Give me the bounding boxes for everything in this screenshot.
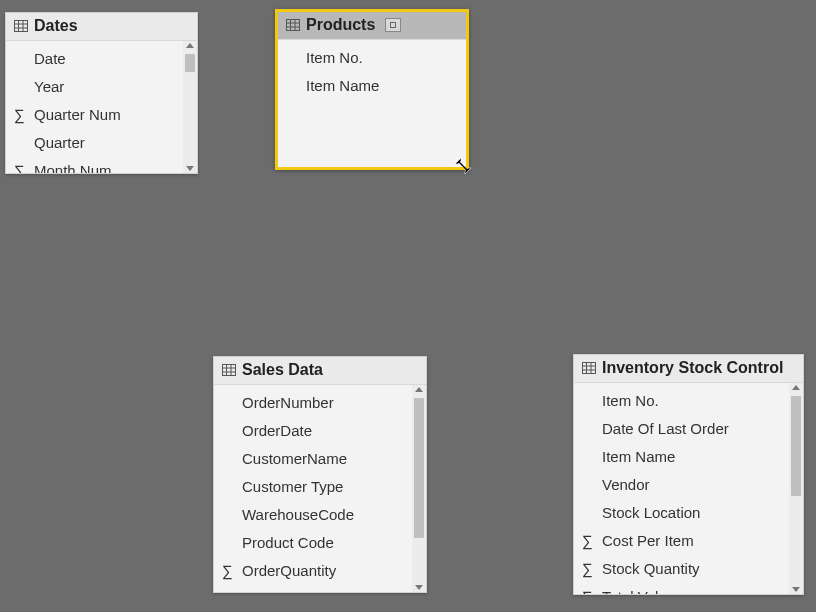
table-body: Item No. Item Name [278, 40, 466, 167]
field-label: Item No. [602, 389, 659, 413]
field-label: Date [34, 47, 66, 71]
scrollbar-track[interactable] [185, 50, 195, 164]
field-row[interactable]: ∑Total Value [574, 583, 789, 594]
field-row[interactable]: Item No. [574, 387, 789, 415]
field-label: Item No. [306, 46, 363, 70]
table-header[interactable]: Inventory Stock Control [574, 355, 803, 383]
sigma-icon: ∑ [582, 529, 593, 553]
field-row[interactable]: Quarter [6, 129, 183, 157]
sigma-icon: ∑ [222, 559, 233, 583]
table-icon [582, 362, 596, 374]
table-title: Dates [34, 17, 78, 35]
table-header[interactable]: Products [278, 12, 466, 40]
svg-rect-0 [15, 21, 28, 32]
scroll-down-icon[interactable] [186, 166, 194, 171]
table-header[interactable]: Dates [6, 13, 197, 41]
scroll-down-icon[interactable] [792, 587, 800, 592]
scroll-up-icon[interactable] [415, 387, 423, 392]
scrollbar-thumb[interactable] [185, 54, 195, 72]
table-icon [222, 364, 236, 376]
field-row[interactable]: ∑Stock Quantity [574, 555, 789, 583]
field-label: OrderDate [242, 419, 312, 443]
field-row[interactable]: ∑Quarter Num [6, 101, 183, 129]
field-list: Date Year ∑Quarter Num Quarter ∑Month Nu… [6, 41, 183, 173]
field-label: Stock Location [602, 501, 700, 525]
field-list: Item No. Item Name [278, 40, 466, 167]
field-row[interactable]: OrderDate [214, 417, 412, 445]
scrollbar[interactable] [412, 385, 426, 592]
table-body: OrderNumber OrderDate CustomerName Custo… [214, 385, 426, 592]
field-label: Product Code [242, 531, 334, 555]
field-label: Customer Type [242, 475, 343, 499]
table-card-products[interactable]: Products Item No. Item Name [275, 9, 469, 170]
sigma-icon: ∑ [14, 159, 25, 173]
field-label: CustomerName [242, 447, 347, 471]
scroll-up-icon[interactable] [792, 385, 800, 390]
field-row[interactable]: Vendor [574, 471, 789, 499]
svg-rect-18 [583, 363, 596, 374]
field-label: WarehouseCode [242, 503, 354, 527]
field-label: UnitPrice [242, 587, 303, 592]
field-list: Item No. Date Of Last Order Item Name Ve… [574, 383, 789, 594]
field-row[interactable]: CustomerName [214, 445, 412, 473]
table-title: Inventory Stock Control [602, 359, 783, 377]
scrollbar-track[interactable] [414, 394, 424, 583]
table-card-sales[interactable]: Sales Data OrderNumber OrderDate Custome… [213, 356, 427, 593]
table-title: Sales Data [242, 361, 323, 379]
expand-icon[interactable] [385, 18, 401, 32]
field-row[interactable]: Customer Type [214, 473, 412, 501]
field-row[interactable]: ∑OrderQuantity [214, 557, 412, 585]
field-label: Quarter [34, 131, 85, 155]
scrollbar[interactable] [183, 41, 197, 173]
sigma-icon: ∑ [14, 103, 25, 127]
field-label: Cost Per Item [602, 529, 694, 553]
table-card-dates[interactable]: Dates Date Year ∑Quarter Num Quarter ∑Mo… [5, 12, 198, 174]
svg-rect-5 [287, 20, 300, 31]
field-row[interactable]: Product Code [214, 529, 412, 557]
scrollbar-track[interactable] [791, 392, 801, 585]
table-body: Item No. Date Of Last Order Item Name Ve… [574, 383, 803, 594]
field-label: Total Value [602, 585, 675, 594]
scrollbar[interactable] [789, 383, 803, 594]
field-row[interactable]: ∑UnitPrice [214, 585, 412, 592]
field-row[interactable]: Year [6, 73, 183, 101]
field-row[interactable]: Item Name [574, 443, 789, 471]
field-row[interactable]: ∑Month Num [6, 157, 183, 173]
field-label: Stock Quantity [602, 557, 700, 581]
scrollbar-thumb[interactable] [791, 396, 801, 496]
sigma-icon: ∑ [582, 585, 593, 594]
table-body: Date Year ∑Quarter Num Quarter ∑Month Nu… [6, 41, 197, 173]
field-row[interactable]: Date Of Last Order [574, 415, 789, 443]
table-card-inventory[interactable]: Inventory Stock Control Item No. Date Of… [573, 354, 804, 595]
field-label: Vendor [602, 473, 650, 497]
field-label: OrderNumber [242, 391, 334, 415]
sigma-icon: ∑ [582, 557, 593, 581]
svg-rect-13 [223, 365, 236, 376]
field-row[interactable]: ∑Cost Per Item [574, 527, 789, 555]
field-row[interactable]: WarehouseCode [214, 501, 412, 529]
field-label: Item Name [306, 74, 379, 98]
table-title: Products [306, 16, 375, 34]
field-row[interactable]: Stock Location [574, 499, 789, 527]
field-label: Quarter Num [34, 103, 121, 127]
field-row[interactable]: Item No. [278, 44, 466, 72]
field-label: OrderQuantity [242, 559, 336, 583]
table-icon [14, 20, 28, 32]
sigma-icon: ∑ [222, 587, 233, 592]
table-header[interactable]: Sales Data [214, 357, 426, 385]
field-row[interactable]: Date [6, 45, 183, 73]
scroll-up-icon[interactable] [186, 43, 194, 48]
field-list: OrderNumber OrderDate CustomerName Custo… [214, 385, 412, 592]
field-label: Date Of Last Order [602, 417, 729, 441]
scrollbar-thumb[interactable] [414, 398, 424, 538]
table-icon [286, 19, 300, 31]
field-label: Item Name [602, 445, 675, 469]
scroll-down-icon[interactable] [415, 585, 423, 590]
field-label: Month Num [34, 159, 112, 173]
field-row[interactable]: OrderNumber [214, 389, 412, 417]
field-row[interactable]: Item Name [278, 72, 466, 100]
field-label: Year [34, 75, 64, 99]
